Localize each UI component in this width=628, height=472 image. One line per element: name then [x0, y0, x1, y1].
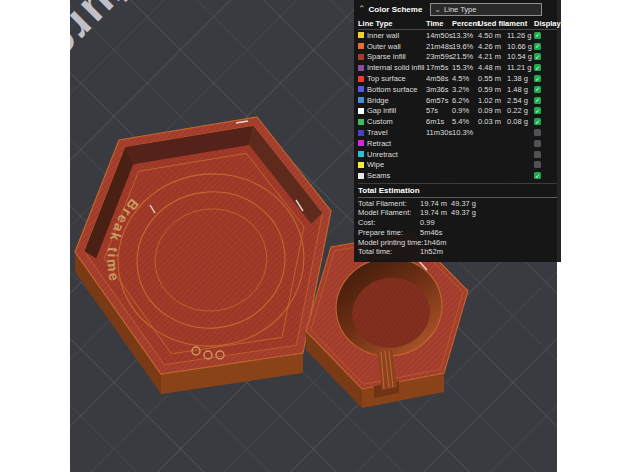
- total-value-1: 19.74 m: [420, 208, 451, 217]
- total-row: Prepare time: 5m46s: [358, 228, 557, 237]
- line-type-row: Wipe: [358, 160, 557, 171]
- row-used-m: 4.21 m: [478, 52, 507, 61]
- row-time: 6m1s: [426, 117, 452, 126]
- row-percent: 15.3%: [452, 63, 478, 72]
- total-row: Cost: 0.99: [358, 218, 557, 227]
- line-type-label: Internal solid infill: [367, 63, 425, 72]
- row-percent: 13.3%: [452, 31, 478, 40]
- row-percent: 10.3%: [452, 128, 478, 137]
- total-row: Total time: 1h52m: [358, 247, 557, 256]
- row-time: 4m58s: [426, 74, 452, 83]
- total-value-1: 5m46s: [420, 228, 451, 237]
- total-label: Prepare time:: [358, 228, 420, 237]
- total-label: Total time:: [358, 247, 420, 256]
- display-checkbox[interactable]: ✓: [534, 118, 541, 125]
- line-type-row: Inner wall 14m50s 13.3% 4.50 m 11.26 g ✓: [358, 30, 557, 41]
- col-display: Display: [534, 19, 548, 28]
- line-type-label: Travel: [367, 128, 388, 137]
- col-used-filament: Used filament: [478, 19, 534, 28]
- col-percent: Percent: [452, 19, 478, 28]
- line-type-color-swatch: [358, 76, 364, 82]
- line-type-color-swatch: [358, 97, 364, 103]
- line-type-label: Inner wall: [367, 31, 399, 40]
- col-line-type: Line Type: [358, 19, 426, 28]
- line-type-label: Top surface: [367, 74, 406, 83]
- row-used-m: 0.59 m: [478, 85, 507, 94]
- row-used-g: 11.21 g: [507, 63, 534, 72]
- line-type-color-swatch: [358, 86, 364, 92]
- row-time: 57s: [426, 106, 452, 115]
- line-type-row: Unretract: [358, 149, 557, 160]
- line-type-row: Travel 11m30s 10.3%: [358, 127, 557, 138]
- display-checkbox[interactable]: ✓: [534, 97, 541, 104]
- row-time: 11m30s: [426, 128, 452, 137]
- row-used-m: 0.09 m: [478, 106, 507, 115]
- total-value-1: 0.99: [420, 218, 451, 227]
- row-used-g: 2.54 g: [507, 96, 534, 105]
- display-checkbox[interactable]: ✓: [534, 53, 541, 60]
- hex-tray-model[interactable]: Break time: [75, 117, 331, 394]
- row-percent: 6.2%: [452, 96, 478, 105]
- line-type-row: Internal solid infill 17m5s 15.3% 4.48 m…: [358, 62, 557, 73]
- line-type-row: Seams ✓: [358, 170, 557, 181]
- row-used-m: 1.02 m: [478, 96, 507, 105]
- total-row: Model printing time: 1h46m: [358, 237, 557, 246]
- line-type-label: Outer wall: [367, 42, 401, 51]
- row-time: 21m48s: [426, 42, 452, 51]
- row-used-g: 11.26 g: [507, 31, 534, 40]
- line-type-label: Seams: [367, 171, 390, 180]
- line-type-table: Inner wall 14m50s 13.3% 4.50 m 11.26 g ✓…: [358, 30, 557, 181]
- row-used-m: 4.50 m: [478, 31, 507, 40]
- total-value-2: 49.37 g: [451, 208, 476, 217]
- panel-title: Color Scheme: [369, 5, 423, 14]
- total-value-1: 1h52m: [420, 247, 451, 256]
- display-checkbox[interactable]: ✓: [534, 64, 541, 71]
- display-checkbox[interactable]: ✓: [534, 75, 541, 82]
- row-percent: 19.6%: [452, 42, 478, 51]
- row-used-g: 0.22 g: [507, 106, 534, 115]
- row-used-g: 10.54 g: [507, 52, 534, 61]
- row-used-m: 4.48 m: [478, 63, 507, 72]
- color-scheme-panel: ⌃ Color Scheme ⌄ Line Type Line Type Tim…: [354, 0, 561, 262]
- display-checkbox[interactable]: ✓: [534, 107, 541, 114]
- view-type-dropdown[interactable]: ⌄ Line Type: [430, 3, 542, 16]
- line-type-row: Bridge 6m57s 6.2% 1.02 m 2.54 g ✓: [358, 95, 557, 106]
- row-used-g: 1.38 g: [507, 74, 534, 83]
- chevron-down-icon: ⌄: [434, 6, 441, 14]
- line-type-label: Sparse infill: [367, 52, 406, 61]
- total-label: Total Filament:: [358, 199, 420, 208]
- view-type-value: Line Type: [444, 5, 476, 14]
- line-type-label: Wipe: [367, 160, 384, 169]
- display-checkbox[interactable]: ✓: [534, 172, 541, 179]
- total-label: Model Filament:: [358, 208, 420, 217]
- line-type-label: Bottom surface: [367, 85, 417, 94]
- display-checkbox[interactable]: [534, 140, 541, 147]
- row-percent: 0.9%: [452, 106, 478, 115]
- display-checkbox[interactable]: ✓: [534, 43, 541, 50]
- total-label: Model printing time:: [358, 238, 423, 247]
- total-value-1: 19.74 m: [420, 199, 451, 208]
- row-used-m: 0.03 m: [478, 117, 507, 126]
- display-checkbox[interactable]: ✓: [534, 86, 541, 93]
- display-checkbox[interactable]: [534, 129, 541, 136]
- total-row: Model Filament: 19.74 m 49.37 g: [358, 208, 557, 217]
- row-time: 3m36s: [426, 85, 452, 94]
- line-type-color-swatch: [358, 119, 364, 125]
- display-checkbox[interactable]: [534, 161, 541, 168]
- line-type-color-swatch: [358, 65, 364, 71]
- total-value-2: 49.37 g: [451, 199, 476, 208]
- total-value-1: 1h46m: [423, 238, 454, 247]
- total-label: Cost:: [358, 218, 420, 227]
- line-type-color-swatch: [358, 43, 364, 49]
- collapse-panel-icon[interactable]: ⌃: [358, 5, 366, 14]
- col-time: Time: [426, 19, 452, 28]
- display-checkbox[interactable]: [534, 151, 541, 158]
- row-used-g: 1.48 g: [507, 85, 534, 94]
- total-row: Total Filament: 19.74 m 49.37 g: [358, 199, 557, 208]
- row-used-g: 0.08 g: [507, 117, 534, 126]
- line-type-color-swatch: [358, 108, 364, 114]
- line-type-label: Custom: [367, 117, 393, 126]
- slicer-preview-window: xture: [0, 0, 628, 472]
- display-checkbox[interactable]: ✓: [534, 32, 541, 39]
- line-type-row: Sparse infill 23m59s 21.5% 4.21 m 10.54 …: [358, 52, 557, 63]
